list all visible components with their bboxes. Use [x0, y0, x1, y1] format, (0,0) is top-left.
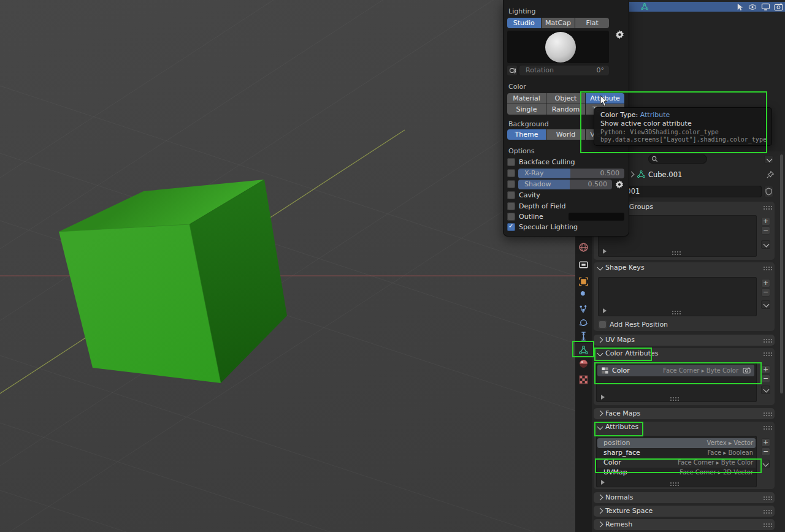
texture-tab[interactable] [578, 374, 589, 385]
attribute-row-uvmap[interactable]: UVMap Face Corner ▸ 2D Vector [597, 468, 756, 477]
color-attributes-list[interactable]: Color Face Corner ▸ Byte Color [596, 363, 757, 402]
attribute-add-button[interactable]: + [761, 438, 770, 447]
object-data-tab[interactable] [578, 345, 589, 355]
face-maps-expand-icon[interactable] [597, 411, 603, 417]
texture-space-panel-header[interactable]: Texture Space [594, 506, 775, 517]
attribute-row-position[interactable]: position Vertex ▸ Vector [597, 438, 756, 448]
breadcrumb-expand-icon[interactable] [629, 172, 635, 178]
render-camera-icon[interactable] [743, 367, 751, 374]
texture-space-expand-icon[interactable] [597, 508, 603, 514]
panel-drag-grip[interactable] [763, 352, 772, 356]
selectable-cursor-icon[interactable] [736, 3, 744, 11]
panel-drag-grip[interactable] [763, 523, 772, 527]
backface-culling-checkbox[interactable] [507, 158, 515, 166]
physics-tab[interactable] [578, 317, 589, 328]
color-random-button[interactable]: Random [546, 104, 585, 115]
face-maps-panel-header[interactable]: Face Maps [594, 408, 775, 419]
object-tab[interactable] [578, 276, 589, 287]
remesh-expand-icon[interactable] [597, 522, 603, 528]
attributes-title[interactable]: Attributes [605, 423, 638, 431]
shadow-slider[interactable]: Shadow 0.500 [518, 180, 612, 189]
panel-drag-grip[interactable] [763, 425, 772, 430]
add-rest-position-checkbox[interactable] [599, 321, 607, 329]
list-resize-grip[interactable] [670, 482, 679, 486]
color-attributes-title[interactable]: Color Attributes [605, 349, 659, 357]
shadow-settings-gear-icon[interactable] [615, 180, 624, 189]
vertex-group-add-button[interactable]: + [761, 217, 770, 226]
background-theme-button[interactable]: Theme [507, 129, 546, 140]
scrollbar[interactable] [780, 154, 783, 393]
rotation-slider[interactable]: Rotation 0° [519, 66, 609, 75]
specular-lighting-checkbox[interactable] [507, 223, 515, 231]
list-specials-icon[interactable] [601, 395, 605, 400]
outline-checkbox[interactable] [507, 213, 515, 221]
lighting-studio-button[interactable]: Studio [507, 18, 541, 28]
attributes-list[interactable]: position Vertex ▸ Vector sharp_face Face… [596, 436, 757, 487]
shape-keys-collapse-icon[interactable] [597, 265, 603, 271]
panel-drag-grip[interactable] [763, 509, 772, 514]
shape-key-remove-button[interactable]: − [761, 288, 770, 297]
color-attribute-row[interactable]: Color Face Corner ▸ Byte Color [597, 365, 754, 376]
vertex-group-remove-button[interactable]: − [761, 226, 770, 235]
color-attribute-remove-button[interactable]: − [761, 374, 770, 383]
disable-render-camera-icon[interactable] [774, 3, 783, 11]
uv-maps-expand-icon[interactable] [597, 337, 603, 343]
properties-options-button[interactable] [764, 155, 773, 164]
attribute-remove-button[interactable]: − [761, 447, 770, 456]
outline-color-swatch[interactable] [569, 213, 624, 221]
list-specials-icon[interactable] [601, 480, 605, 485]
color-attribute-specials-button[interactable] [761, 386, 770, 394]
vertex-group-specials-button[interactable] [761, 240, 770, 249]
shape-key-specials-button[interactable] [761, 300, 770, 309]
panel-drag-grip[interactable] [763, 338, 772, 343]
modifiers-tab[interactable] [578, 291, 589, 301]
lighting-matcap-button[interactable]: MatCap [542, 18, 575, 28]
list-resize-grip[interactable] [670, 397, 679, 401]
color-object-button[interactable]: Object [546, 93, 585, 104]
color-single-button[interactable]: Single [507, 104, 546, 115]
lighting-flat-button[interactable]: Flat [575, 18, 609, 28]
attributes-collapse-icon[interactable] [597, 424, 603, 430]
xray-checkbox[interactable] [507, 169, 515, 177]
cube-object[interactable] [59, 180, 287, 383]
pin-icon[interactable] [766, 170, 775, 179]
3d-viewport[interactable] [0, 0, 575, 532]
list-specials-icon[interactable] [603, 249, 607, 254]
collection-tab[interactable] [578, 259, 589, 270]
panel-drag-grip[interactable] [763, 266, 772, 270]
list-resize-grip[interactable] [672, 251, 681, 255]
xray-slider[interactable]: X-Ray 0.500 [518, 169, 624, 178]
background-world-button[interactable]: World [546, 129, 585, 140]
particles-tab[interactable] [578, 304, 589, 314]
shape-key-add-button[interactable]: + [761, 279, 770, 287]
list-resize-grip[interactable] [672, 310, 681, 314]
color-material-button[interactable]: Material [507, 93, 546, 104]
disable-viewport-monitor-icon[interactable] [761, 3, 770, 11]
world-space-lighting-button[interactable] [507, 66, 517, 75]
shape-keys-list[interactable] [598, 277, 757, 316]
cavity-checkbox[interactable] [507, 191, 515, 199]
remesh-panel-header[interactable]: Remesh [594, 519, 775, 530]
world-tab[interactable] [578, 242, 589, 253]
breadcrumb[interactable]: Cube.001 [648, 170, 682, 179]
search-input[interactable] [648, 154, 707, 164]
attribute-row-sharp-face[interactable]: sharp_face Face ▸ Boolean [597, 448, 756, 458]
panel-drag-grip[interactable] [763, 205, 772, 210]
uv-maps-panel-header[interactable]: UV Maps [594, 335, 775, 346]
list-specials-icon[interactable] [603, 308, 607, 313]
shape-keys-title[interactable]: Shape Keys [605, 264, 645, 272]
attribute-row-color[interactable]: Color Face Corner ▸ Byte Color [597, 458, 756, 468]
color-attribute-add-button[interactable]: + [761, 365, 770, 374]
hide-eye-icon[interactable] [748, 3, 757, 11]
constraints-tab[interactable] [578, 331, 589, 341]
normals-panel-header[interactable]: Normals [594, 492, 775, 503]
panel-drag-grip[interactable] [763, 412, 772, 416]
shadow-checkbox[interactable] [507, 180, 515, 188]
panel-drag-grip[interactable] [763, 496, 772, 500]
depth-of-field-checkbox[interactable] [507, 202, 515, 210]
material-tab[interactable] [578, 359, 589, 369]
fake-user-shield-button[interactable] [764, 186, 773, 197]
studiolight-settings-gear-icon[interactable] [615, 29, 625, 40]
outliner-selected-row[interactable] [628, 2, 785, 12]
attribute-specials-button[interactable] [760, 460, 770, 468]
